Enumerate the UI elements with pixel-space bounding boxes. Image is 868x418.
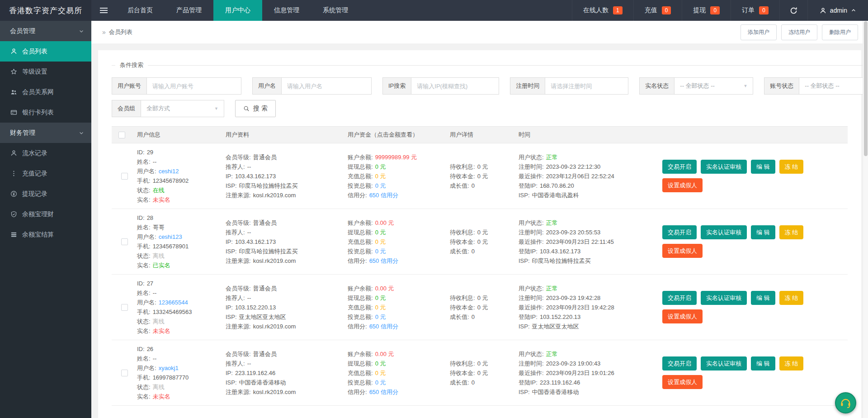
nav-item-3[interactable]: 信息管理 (262, 0, 311, 21)
field-value[interactable]: 0 元 (375, 379, 386, 386)
nav-item-0[interactable]: 后台首页 (116, 0, 165, 21)
realname-audit-button[interactable]: 实名认证审核 (701, 356, 747, 370)
field-label: 账户余额: (348, 154, 373, 161)
realname-audit-button[interactable]: 实名认证审核 (701, 225, 747, 239)
trade-toggle-button[interactable]: 交易开启 (662, 225, 697, 239)
sidebar-item-0-2[interactable]: 会员关系网 (0, 82, 91, 102)
field-value[interactable]: 0 元 (375, 248, 386, 255)
row-checkbox[interactable] (121, 304, 128, 311)
field-value[interactable]: 0 元 (375, 360, 386, 367)
field-value[interactable]: 0 元 (375, 163, 386, 170)
account-input[interactable] (146, 77, 241, 95)
set-fake-user-button[interactable]: 设置成假人 (662, 375, 703, 389)
field-value[interactable]: 0 元 (375, 314, 386, 320)
set-fake-user-button[interactable]: 设置成假人 (662, 244, 703, 258)
realname-audit-button[interactable]: 实名认证审核 (701, 160, 747, 174)
sidebar-section-0[interactable]: 会员管理 (0, 21, 91, 41)
field-value[interactable]: 123665544 (159, 299, 188, 306)
regtime-input[interactable] (545, 77, 628, 95)
edit-button[interactable]: 编 辑 (751, 160, 775, 174)
info-line: 手机:12345678902 (137, 176, 220, 185)
sidebar-section-1[interactable]: 财务管理 (0, 123, 91, 143)
field-value[interactable]: 650 信用分 (369, 257, 398, 264)
add-user-button[interactable]: 添加用户 (741, 24, 777, 40)
sidebar-item-1-0[interactable]: 流水记录 (0, 143, 91, 163)
set-fake-user-button[interactable]: 设置成假人 (662, 309, 703, 323)
freeze-button[interactable]: 冻 结 (779, 225, 804, 239)
edit-button[interactable]: 编 辑 (751, 225, 775, 239)
sidebar-item-1-3[interactable]: 余额宝理财 (0, 204, 91, 224)
nav-item-1[interactable]: 产品管理 (165, 0, 213, 21)
funds-line: 充值总额:0 元 (348, 303, 444, 312)
search-button[interactable]: 搜 索 (235, 100, 276, 117)
sidebar-item-label: 余额宝结算 (22, 231, 54, 239)
trade-toggle-button[interactable]: 交易开启 (662, 160, 697, 174)
top-nav: 后台首页产品管理用户中心信息管理系统管理 (116, 0, 360, 21)
customer-service-button[interactable] (835, 392, 856, 413)
field-value: 普通会员 (253, 219, 277, 226)
realname-status-select[interactable]: -- 全部状态 -- ▼ (674, 77, 753, 95)
sidebar-item-0-3[interactable]: 银行卡列表 (0, 102, 91, 123)
field-value[interactable]: ceshi123 (159, 233, 182, 240)
set-fake-user-button[interactable]: 设置成假人 (662, 178, 703, 192)
field-label: 投资总额: (348, 314, 373, 320)
detail-line: 待收本金:0 元 (450, 303, 513, 312)
field-value[interactable]: 0.00 元 (375, 351, 394, 357)
nav-item-4[interactable]: 系统管理 (311, 0, 360, 21)
trade-toggle-button[interactable]: 交易开启 (662, 356, 697, 370)
field-value[interactable]: 0 元 (375, 294, 386, 301)
nav-stat-0[interactable]: 在线人数 1 (572, 0, 633, 21)
field-value[interactable]: xyaokj1 (159, 365, 179, 371)
freeze-user-button[interactable]: 冻结用户 (781, 24, 817, 40)
edit-button[interactable]: 编 辑 (751, 356, 775, 370)
profile-line: IP:103.43.162.173 (226, 237, 342, 247)
sidebar-item-1-1[interactable]: 充值记录 (0, 163, 91, 184)
freeze-button[interactable]: 冻 结 (779, 291, 804, 305)
search-fields-row: 用户账号 用户名 IP搜索 注册时间 实名状态 -- 全部状态 -- ▼ 账号状… (112, 77, 868, 95)
field-value[interactable]: 650 信用分 (369, 323, 398, 330)
field-value[interactable]: 0 元 (375, 182, 386, 189)
nav-stat-3[interactable]: 订单 0 (731, 0, 779, 21)
member-group-select[interactable]: 全部方式 ▼ (141, 100, 224, 117)
ip-input[interactable] (411, 77, 499, 95)
refresh-button[interactable] (779, 0, 807, 21)
field-value[interactable]: 99999989.99 元 (375, 154, 417, 161)
nav-stat-2[interactable]: 提现 0 (682, 0, 731, 21)
member-group-field: 会员组 全部方式 ▼ (112, 100, 224, 117)
field-label: 实名: (137, 393, 151, 400)
trade-toggle-button[interactable]: 交易开启 (662, 291, 697, 305)
field-label: IP: (226, 304, 233, 311)
freeze-button[interactable]: 冻 结 (779, 356, 804, 370)
freeze-button[interactable]: 冻 结 (779, 160, 804, 174)
sidebar-item-0-0[interactable]: 会员列表 (0, 41, 91, 62)
scrollbar-thumb[interactable] (864, 21, 868, 156)
account-status-select[interactable]: -- 全部状态 -- ▼ (799, 77, 868, 95)
field-value[interactable]: 650 信用分 (369, 192, 398, 199)
field-value[interactable]: ceshi12 (159, 168, 179, 175)
username-input[interactable] (281, 77, 372, 95)
field-value[interactable]: 650 信用分 (369, 389, 398, 395)
nav-stat-1[interactable]: 充值 0 (633, 0, 682, 21)
row-checkbox[interactable] (121, 173, 128, 180)
field-value[interactable]: 0.00 元 (375, 285, 394, 292)
sidebar-item-1-4[interactable]: 余额宝结算 (0, 224, 91, 245)
row-checkbox[interactable] (121, 238, 128, 245)
edit-button[interactable]: 编 辑 (751, 291, 775, 305)
realname-audit-button[interactable]: 实名认证审核 (701, 291, 747, 305)
field-label: 待收本金: (450, 238, 475, 245)
sidebar-item-0-1[interactable]: 等级设置 (0, 62, 91, 82)
admin-menu[interactable]: admin (807, 0, 868, 21)
field-value[interactable]: 0 元 (375, 238, 386, 245)
field-value[interactable]: 0 元 (375, 229, 386, 236)
delete-user-button[interactable]: 删除用户 (822, 24, 858, 40)
row-checkbox[interactable] (121, 370, 128, 376)
menu-toggle-icon[interactable] (91, 0, 116, 21)
field-value[interactable]: 0 元 (375, 173, 386, 180)
field-value[interactable]: 0.00 元 (375, 219, 394, 226)
select-all-checkbox[interactable] (118, 132, 125, 138)
nav-item-2[interactable]: 用户中心 (213, 0, 262, 21)
field-label: ISP: (226, 248, 237, 255)
field-value[interactable]: 0 元 (375, 304, 386, 311)
field-value[interactable]: 0 元 (375, 370, 386, 376)
sidebar-item-1-2[interactable]: 提现记录 (0, 184, 91, 204)
